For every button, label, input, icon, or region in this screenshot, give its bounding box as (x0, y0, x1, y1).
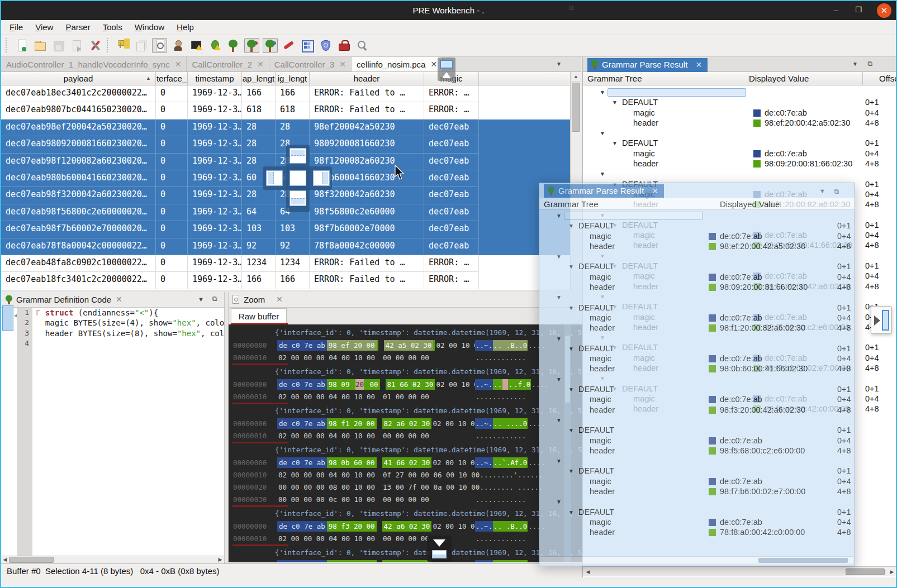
grid-window-icon[interactable] (300, 38, 315, 53)
menu-file[interactable]: File (3, 20, 29, 34)
save-icon[interactable] (51, 38, 66, 53)
table-row[interactable]: dec07eab9807bc0441650230020…01969-12-3…6… (1, 102, 570, 119)
table-row[interactable]: dec07eab9809200081660230020…01969-12-3…2… (1, 136, 570, 153)
grammar-settings-icon[interactable] (263, 38, 278, 53)
column-header-payload[interactable]: payload▲ (1, 72, 156, 85)
expand-arrow-icon[interactable]: ▼ (556, 336, 562, 342)
column-displayed-value[interactable]: Displayed Value (749, 74, 809, 83)
code-editor[interactable]: Γ struct (endianness="<"){ magic BYTES(s… (36, 308, 224, 556)
expand-arrow-icon[interactable]: ▼ (556, 499, 562, 505)
restore-button[interactable]: ❐ (850, 1, 867, 20)
tree-default-row[interactable]: ▼DEFAULT0+1 (539, 221, 855, 231)
tab-list-dropdown-icon[interactable]: ▼ (556, 61, 562, 67)
expand-arrow-icon[interactable]: ▼ (556, 417, 562, 423)
scroll-left-icon[interactable]: ◀ (1, 556, 9, 563)
tree-magic-row[interactable]: magicde:c0:7e:ab0+4 (539, 313, 855, 323)
tree-default-row[interactable]: ▼DEFAULT0+1 (539, 508, 855, 518)
menu-parser[interactable]: Parser (59, 20, 96, 34)
tree-root-row[interactable]: ▼ (539, 497, 855, 507)
dock-top-indicator[interactable] (438, 58, 455, 81)
shield-search-icon[interactable] (318, 38, 333, 53)
tree-root-row[interactable]: ▼ (539, 375, 855, 385)
hex-line[interactable]: 00000000de c0 7e ab98 f1 20 0082 a6 02 3… (233, 417, 582, 429)
panel-menu-icon[interactable]: ▼ (852, 61, 858, 67)
expand-arrow-icon[interactable]: ▼ (568, 509, 574, 515)
menu-window[interactable]: Window (129, 20, 170, 34)
search-icon[interactable] (355, 38, 370, 53)
toolbox-icon[interactable] (336, 38, 352, 53)
tree-root-row[interactable]: ▼ (583, 88, 897, 98)
hex-line[interactable]: 0000001002 00 00 00 04 00 10 0000 00 00 … (233, 532, 582, 544)
tree-default-row[interactable]: ▼DEFAULT0+1 (539, 466, 855, 476)
expand-arrow-icon[interactable]: ▼ (600, 89, 605, 95)
scrollbar-thumb[interactable] (846, 568, 885, 575)
tree-magic-row[interactable]: magicde:c0:7e:ab0+4 (539, 354, 855, 364)
hex-line[interactable]: 00000000de c0 7e ab98 ef 20 0042 a5 02 3… (233, 339, 582, 351)
tree-root-row[interactable]: ▼ (539, 334, 855, 344)
panel-scroll-handle[interactable] (2, 305, 13, 331)
tree-header-row[interactable]: header98:f7:b6:00:02:e7:00:004+8 (539, 487, 855, 497)
table-row[interactable]: dec07eab48fa8c0902c10000022…01969-12-3…1… (1, 255, 570, 272)
detach-panel-icon[interactable]: ⧉ (867, 60, 872, 68)
close-tab-icon[interactable]: ✕ (652, 187, 659, 195)
column-header-header[interactable]: header (310, 72, 424, 85)
close-tab-icon[interactable]: ✕ (430, 60, 437, 69)
scroll-right-icon[interactable]: ▶ (888, 568, 896, 576)
detach-panel-icon[interactable]: ⧉ (212, 295, 217, 303)
panel-menu-icon[interactable]: ▼ (819, 188, 825, 194)
parse-tree-icon[interactable] (226, 38, 241, 53)
hex-line[interactable]: 00000000de c0 7e ab98 f5 68 00c2 e6 00 0… (233, 559, 582, 562)
dock-right-indicator[interactable] (871, 306, 892, 334)
tree-header-row[interactable]: header98:09:20:00:81:66:02:304+8 (539, 283, 855, 293)
hex-line[interactable]: 0000003000 00 00 00 0c 00 10 0000 00 00 … (233, 493, 582, 505)
menu-help[interactable]: Help (170, 20, 200, 34)
detach-panel-icon[interactable]: ⧉ (834, 188, 839, 195)
expand-arrow-icon[interactable]: ▼ (556, 376, 562, 383)
tab-audiocontroller-1-handlevocoderinfo-sync[interactable]: AudioController_1_handleVocoderInfo_sync… (1, 57, 187, 71)
terminal-warning-icon[interactable] (189, 38, 204, 53)
table-row[interactable]: dec07eab18fc3401c2c20000022…01969-12-3…1… (1, 272, 570, 289)
scroll-left-icon[interactable]: ◀ (584, 568, 592, 576)
menu-tools[interactable]: Tools (97, 20, 129, 34)
tree-root-row[interactable]: ▼ (539, 415, 855, 426)
column-header-ap_lengt[interactable]: ap_lengt (242, 72, 276, 85)
tree-default-row[interactable]: ▼DEFAULT0+1 (539, 262, 855, 272)
tree-header-row[interactable]: header98:f1:20:00:82:a6:02:304+8 (539, 323, 855, 333)
hex-line[interactable]: 00000000de c0 7e ab98 09 20 0081 66 02 3… (233, 378, 582, 390)
tree-magic-row[interactable]: magicde:c0:7e:ab0+4 (539, 477, 855, 487)
tab-cellinfo-nosim-pca[interactable]: cellinfo_nosim.pca✕ (352, 57, 443, 71)
expand-arrow-icon[interactable]: ▼ (568, 386, 574, 393)
column-displayed-value[interactable]: Displayed Value (720, 199, 780, 209)
expand-arrow-icon[interactable]: ▼ (600, 130, 605, 136)
expand-arrow-icon[interactable]: ▼ (568, 305, 574, 311)
tree-header-row[interactable]: header98:f3:20:00:42:a6:02:304+8 (539, 405, 855, 415)
dock-zone-bottom[interactable] (289, 190, 306, 206)
column-divider[interactable] (748, 72, 748, 85)
tree-root-row[interactable]: ▼ (583, 128, 897, 138)
new-file-icon[interactable] (14, 38, 29, 53)
tab-grammar-parse-result[interactable]: Grammar Parse Result ✕ (587, 58, 708, 72)
hex-line[interactable]: 0000001002 00 00 00 04 00 10 0001 00 00 … (233, 390, 582, 403)
column-divider[interactable] (862, 72, 863, 85)
tree-root-row[interactable]: ▼ (539, 456, 855, 466)
close-tab-icon[interactable]: ✕ (257, 60, 264, 69)
close-tab-icon[interactable]: ✕ (339, 60, 346, 69)
tree-magic-row[interactable]: magicde:c0:7e:ab0+4 (539, 436, 855, 446)
tree-header-row[interactable]: header98:f5:68:00:c2:e6:00:004+8 (539, 446, 855, 456)
tree-magic-row[interactable]: magicde:c0:7e:ab0+4 (539, 273, 855, 283)
hex-line[interactable]: 0000002000 00 00 00 08 00 10 0013 00 7f … (233, 481, 582, 493)
close-tab-icon[interactable]: ✕ (696, 60, 703, 69)
minimize-button[interactable]: – (828, 1, 844, 20)
table-row[interactable]: dec07eab98f56800c2e60000020…01969-12-3…6… (1, 204, 570, 221)
scrollbar-thumb[interactable] (758, 558, 848, 563)
panel-menu-icon[interactable]: ▼ (198, 296, 204, 303)
dock-bottom-indicator[interactable] (427, 536, 452, 562)
tree-header-row[interactable]: header98:ef:20:00:42:a5:02:304+8 (583, 118, 897, 128)
tree-default-row[interactable]: ▼DEFAULT0+1 (539, 385, 855, 395)
close-tab-icon[interactable]: ✕ (175, 60, 182, 69)
edit-grammar-icon[interactable] (244, 38, 259, 53)
floating-parse-result-window[interactable]: Grammar Parse Result ✕ ▼ ⧉ Grammar Tree … (539, 183, 855, 566)
close-button[interactable]: ✕ (877, 3, 891, 18)
dock-zone-top[interactable] (289, 148, 306, 164)
tab-callcontroller-3[interactable]: CallController_3✕ (269, 57, 352, 71)
